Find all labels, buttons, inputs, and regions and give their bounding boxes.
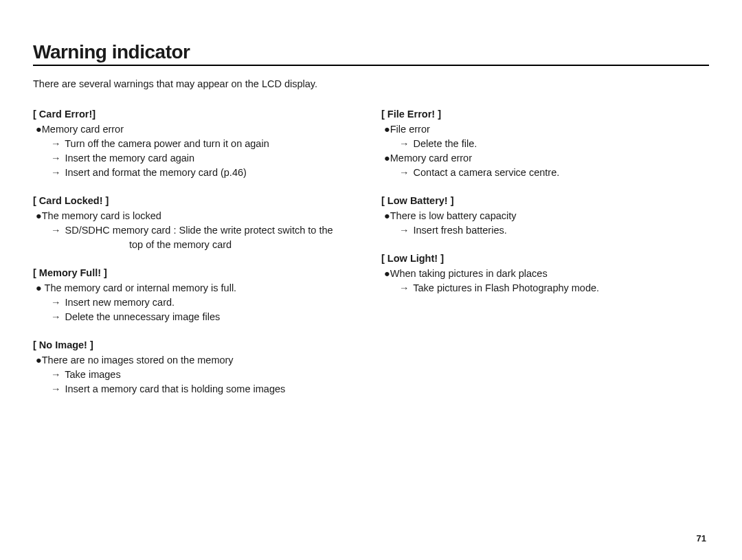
arrow-icon: →: [399, 281, 409, 295]
cause-text: Memory card error: [42, 124, 124, 135]
cause-text: Memory card error: [390, 153, 472, 164]
cause-text: There is low battery capacity: [390, 210, 517, 221]
action-text: Insert a memory card that is holding som…: [65, 383, 286, 394]
intro-text: There are several warnings that may appe…: [33, 78, 709, 89]
action-line: → Take images: [33, 368, 361, 382]
left-column: [ Card Error!] ●Memory card error → Turn…: [33, 109, 361, 412]
section-heading: [ Low Battery! ]: [381, 195, 709, 206]
action-text: Turn off the camera power and turn it on…: [65, 138, 269, 149]
section-card-error: [ Card Error!] ●Memory card error → Turn…: [33, 109, 361, 180]
bullet-icon: ●: [36, 209, 42, 223]
action-text: SD/SDHC memory card : Slide the write pr…: [65, 225, 333, 236]
section-heading: [ Card Locked! ]: [33, 195, 361, 206]
action-text: Delete the file.: [414, 138, 477, 149]
cause-line: ●When taking pictures in dark places: [381, 267, 709, 281]
action-text: Take pictures in Flash Photography mode.: [413, 282, 599, 293]
section-no-image: [ No Image! ] ●There are no images store…: [33, 339, 361, 396]
section-file-error: [ File Error! ] ●File error → Delete the…: [381, 109, 709, 180]
arrow-icon: →: [399, 223, 409, 238]
cause-line: ●Memory card error: [381, 151, 709, 166]
section-low-light: [ Low Light! ] ●When taking pictures in …: [381, 253, 709, 295]
cause-text: File error: [390, 124, 430, 135]
action-line: → Insert the memory card again: [33, 151, 361, 166]
arrow-icon: →: [51, 382, 61, 396]
cause-line: ●There are no images stored on the memor…: [33, 353, 361, 368]
action-text: Contact a camera service centre.: [414, 167, 560, 178]
arrow-icon: →: [51, 137, 61, 151]
manual-page: Warning indicator There are several warn…: [0, 0, 742, 560]
section-heading: [ Memory Full! ]: [33, 267, 361, 278]
action-line: → Insert new memory card.: [33, 295, 361, 310]
arrow-icon: →: [51, 295, 61, 310]
cause-line: ●File error: [381, 122, 709, 137]
arrow-icon: →: [51, 310, 61, 324]
action-line: → Insert and format the memory card (p.4…: [33, 166, 361, 180]
arrow-icon: →: [51, 368, 61, 382]
section-card-locked: [ Card Locked! ] ●The memory card is loc…: [33, 195, 361, 252]
action-text: Insert fresh batteries.: [414, 225, 507, 236]
action-line: → Delete the file.: [381, 137, 709, 151]
arrow-icon: →: [51, 166, 61, 180]
action-line: → Turn off the camera power and turn it …: [33, 137, 361, 151]
action-text: Delete the unnecessary image files: [65, 311, 221, 322]
action-text: Take images: [65, 369, 120, 380]
action-text: Insert the memory card again: [65, 153, 195, 164]
page-number: 71: [697, 533, 706, 544]
bullet-icon: ●: [36, 122, 42, 137]
action-line: → Take pictures in Flash Photography mod…: [381, 281, 709, 295]
cause-line: ● The memory card or internal memory is …: [33, 281, 361, 295]
arrow-icon: →: [399, 137, 409, 151]
cause-text: The memory card is locked: [42, 210, 161, 221]
section-heading: [ No Image! ]: [33, 339, 361, 350]
cause-line: ●The memory card is locked: [33, 209, 361, 223]
arrow-icon: →: [51, 151, 61, 166]
section-heading: [ Low Light! ]: [381, 253, 709, 264]
action-line: → Insert a memory card that is holding s…: [33, 382, 361, 396]
page-title: Warning indicator: [33, 41, 709, 66]
section-low-battery: [ Low Battery! ] ●There is low battery c…: [381, 195, 709, 238]
action-text: Insert new memory card.: [65, 297, 175, 308]
right-column: [ File Error! ] ●File error → Delete the…: [381, 109, 709, 412]
action-continuation: top of the memory card: [33, 238, 361, 252]
arrow-icon: →: [51, 223, 61, 238]
action-line: → Delete the unnecessary image files: [33, 310, 361, 324]
bullet-icon: ●: [384, 209, 390, 223]
cause-line: ●Memory card error: [33, 122, 361, 137]
section-heading: [ File Error! ]: [381, 109, 709, 120]
action-line: → SD/SDHC memory card : Slide the write …: [33, 223, 361, 238]
cause-text: When taking pictures in dark places: [390, 268, 548, 279]
bullet-icon: ●: [384, 267, 390, 281]
arrow-icon: →: [399, 166, 409, 180]
action-text: Insert and format the memory card (p.46): [65, 167, 247, 178]
bullet-icon: ●: [384, 122, 390, 137]
action-line: → Contact a camera service centre.: [381, 166, 709, 180]
content-columns: [ Card Error!] ●Memory card error → Turn…: [33, 109, 709, 412]
section-memory-full: [ Memory Full! ] ● The memory card or in…: [33, 267, 361, 324]
section-heading: [ Card Error!]: [33, 109, 361, 120]
bullet-icon: ●: [384, 151, 390, 166]
bullet-icon: ●: [36, 281, 42, 295]
cause-line: ●There is low battery capacity: [381, 209, 709, 223]
cause-text: There are no images stored on the memory: [42, 355, 234, 366]
bullet-icon: ●: [36, 353, 42, 368]
action-line: → Insert fresh batteries.: [381, 223, 709, 238]
cause-text: The memory card or internal memory is fu…: [42, 282, 236, 293]
